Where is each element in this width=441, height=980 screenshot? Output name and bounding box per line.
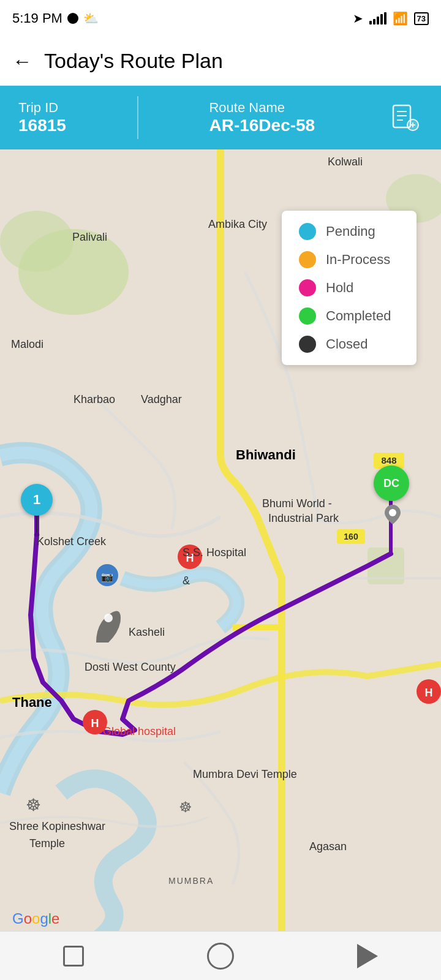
svg-text:H: H	[91, 717, 99, 729]
svg-point-19	[104, 614, 113, 622]
status-right-icons: ➤ 📶 73	[353, 11, 429, 26]
nav-bar: ← Today's Route Plan	[0, 37, 441, 86]
route-name-label: Route Name	[209, 100, 285, 116]
pending-label: Pending	[326, 224, 375, 239]
closed-label: Closed	[326, 336, 368, 352]
marker-dc[interactable]: DC	[374, 466, 409, 501]
cloud-icon: ⛅	[83, 11, 99, 26]
status-time-area: 5:19 PM ⛅	[12, 10, 99, 26]
marker-1[interactable]: 1	[21, 484, 53, 537]
nav-back-button[interactable]	[349, 938, 386, 974]
nav-home-button[interactable]	[202, 938, 239, 974]
svg-text:☸: ☸	[26, 796, 41, 815]
bottom-nav-bar	[0, 931, 441, 980]
time-display: 5:19 PM	[12, 10, 62, 26]
triangle-icon	[357, 944, 378, 968]
route-name-value: AR-16Dec-58	[209, 116, 315, 135]
map-container[interactable]: 848 160 ✿ H H H 📷 ☸ ☸ Kolwali	[0, 149, 441, 940]
trip-info-divider	[137, 96, 138, 139]
inprocess-label: In-Process	[326, 252, 390, 268]
signal-bars-icon	[369, 12, 386, 24]
svg-text:848: 848	[381, 455, 396, 466]
svg-text:H: H	[425, 687, 433, 699]
wifi-icon: 📶	[393, 11, 408, 26]
marker-gray-pin	[385, 505, 401, 527]
trip-id-value: 16815	[18, 116, 66, 135]
svg-text:H: H	[186, 552, 194, 564]
legend-item-pending: Pending	[299, 223, 399, 240]
svg-point-9	[0, 211, 74, 272]
trip-id-label: Trip ID	[18, 100, 58, 116]
status-bar: 5:19 PM ⛅ ➤ 📶 73	[0, 0, 441, 37]
dot-icon	[67, 13, 78, 24]
hold-label: Hold	[326, 280, 353, 296]
svg-point-30	[389, 509, 396, 516]
legend-item-inprocess: In-Process	[299, 251, 399, 268]
hold-dot	[299, 279, 316, 296]
battery-level: 73	[417, 14, 426, 23]
square-icon	[63, 946, 84, 967]
nav-square-button[interactable]	[55, 938, 92, 974]
trip-doc-button[interactable]	[386, 99, 423, 136]
completed-label: Completed	[326, 308, 391, 324]
trip-id-section: Trip ID 16815	[18, 100, 66, 135]
battery-icon: 73	[414, 12, 429, 25]
pending-dot	[299, 223, 316, 240]
legend-popup: Pending In-Process Hold Completed Closed	[282, 211, 417, 365]
svg-text:📷: 📷	[101, 571, 113, 582]
inprocess-dot	[299, 251, 316, 268]
page-title: Today's Route Plan	[44, 49, 223, 73]
legend-item-completed: Completed	[299, 307, 399, 325]
google-logo: Google	[12, 910, 59, 927]
legend-item-hold: Hold	[299, 279, 399, 296]
route-name-section: Route Name AR-16Dec-58	[209, 100, 315, 135]
legend-item-closed: Closed	[299, 336, 399, 353]
svg-text:160: 160	[344, 532, 358, 541]
closed-dot	[299, 336, 316, 353]
completed-dot	[299, 307, 316, 325]
back-button[interactable]: ←	[12, 51, 32, 71]
svg-text:☸: ☸	[179, 799, 192, 815]
circle-icon	[207, 943, 234, 970]
trip-info-bar: Trip ID 16815 Route Name AR-16Dec-58	[0, 86, 441, 149]
location-arrow-icon: ➤	[353, 11, 363, 26]
